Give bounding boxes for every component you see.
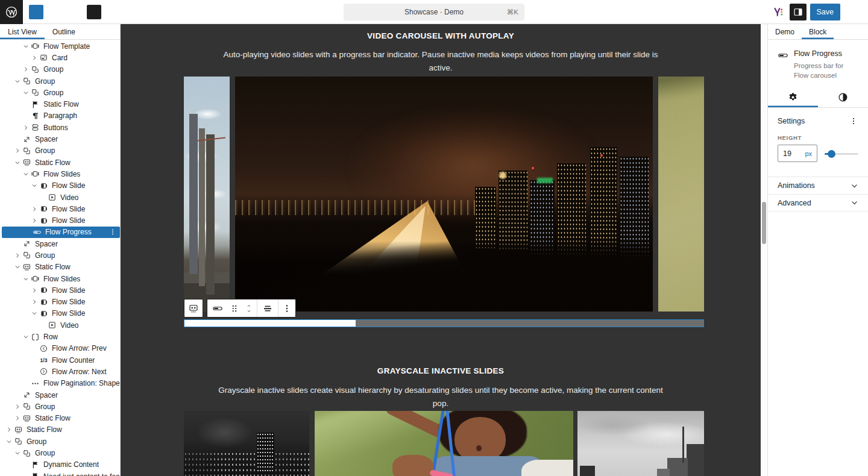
list-item-group[interactable]: Group [0, 75, 120, 87]
view-site-button[interactable] [708, 3, 726, 21]
chevron-right-icon[interactable] [13, 404, 22, 410]
height-slider[interactable] [825, 148, 858, 160]
list-item-group[interactable]: Group [0, 64, 120, 75]
height-unit-select[interactable]: px [805, 150, 812, 157]
section-paragraph-grayscale[interactable]: Grayscale inactive slides create visual … [217, 384, 664, 411]
chevron-down-icon[interactable] [13, 160, 22, 166]
grayscale-slide-prev[interactable] [184, 411, 309, 476]
section-paragraph-video-carousel[interactable]: Auto-playing video slides with a progres… [217, 48, 664, 75]
carousel-slide-next[interactable] [658, 77, 704, 312]
options-icon[interactable] [108, 228, 117, 236]
list-item-video[interactable]: Video [0, 319, 120, 331]
carousel-slide-prev[interactable] [184, 77, 230, 312]
chevron-right-icon[interactable] [22, 66, 30, 72]
list-item-group[interactable]: Group [0, 447, 120, 459]
chevron-down-icon[interactable] [30, 310, 39, 316]
list-item-buttons[interactable]: Buttons [0, 122, 120, 133]
tab-settings[interactable] [768, 87, 818, 107]
select-parent-static-flow-button[interactable] [184, 299, 203, 317]
chevron-down-icon[interactable] [22, 334, 30, 340]
chevron-down-icon[interactable] [22, 43, 30, 49]
flow-progress-block-button[interactable] [207, 299, 228, 317]
chevron-right-icon[interactable] [22, 125, 30, 131]
list-item-flow-template[interactable]: Flow Template [0, 40, 120, 52]
list-item-static-flow[interactable]: Static Flow [0, 424, 120, 436]
canvas-scrollbar[interactable] [761, 24, 767, 476]
list-item-group[interactable]: Group [0, 145, 120, 157]
canvas-scrollbar-thumb[interactable] [762, 202, 766, 244]
chevron-down-icon[interactable] [22, 171, 30, 177]
list-item-dynamic-content[interactable]: Dynamic Content [0, 459, 120, 471]
redo-button[interactable] [66, 3, 84, 21]
editor-canvas[interactable]: VIDEO CAROUSEL WITH AUTOPLAY Auto-playin… [121, 24, 761, 476]
section-heading-grayscale[interactable]: GRAYSCALE INACTIVE SLIDES [121, 366, 761, 375]
close-list-view-button[interactable] [102, 24, 120, 39]
color-slide-active[interactable] [315, 411, 573, 476]
tab-styles[interactable] [818, 87, 868, 107]
options-menu-button[interactable] [844, 3, 862, 21]
list-item-static-flow[interactable]: Static Flow [0, 157, 120, 168]
yoast-seo-button[interactable] [769, 3, 787, 21]
chevron-right-icon[interactable] [30, 55, 39, 61]
list-item-flow-slide[interactable]: Flow Slide [0, 308, 120, 319]
list-item-video[interactable]: Video [0, 192, 120, 203]
list-item-group[interactable]: Group [0, 87, 120, 98]
list-view-toggle-button[interactable] [87, 5, 101, 19]
list-item-static-flow[interactable]: Static Flow [0, 261, 120, 273]
list-item-flow-slides[interactable]: Flow Slides [0, 273, 120, 284]
save-button[interactable]: Save [810, 4, 841, 20]
settings-sidebar-toggle-button[interactable] [790, 4, 807, 20]
tab-list-view[interactable]: List View [0, 24, 45, 39]
list-item-need-just-content-to-feature-wi[interactable]: Need just content to feature wi [0, 471, 120, 476]
height-input[interactable]: 19 px [778, 145, 817, 162]
close-settings-button[interactable] [850, 24, 868, 39]
panel-advanced[interactable]: Advanced [768, 194, 868, 211]
block-inserter-button[interactable] [29, 5, 43, 19]
list-item-group[interactable]: Group [0, 401, 120, 412]
settings-options-button[interactable] [849, 116, 858, 126]
list-item-flow-arrow-prev[interactable]: Flow Arrow: Prev [0, 343, 120, 354]
list-item-flow-slide[interactable]: Flow Slide [0, 296, 120, 308]
chevron-down-icon[interactable] [22, 90, 30, 96]
list-item-spacer[interactable]: Spacer [0, 238, 120, 249]
chevron-right-icon[interactable] [5, 427, 13, 433]
chevron-down-icon[interactable] [13, 450, 22, 456]
grayscale-slide-next[interactable] [577, 411, 704, 476]
list-item-group[interactable]: Group [0, 249, 120, 261]
list-item-flow-pagination-shapes[interactable]: Flow Pagination: Shapes [0, 378, 120, 389]
tab-demo[interactable]: Demo [768, 24, 802, 39]
chevron-down-icon[interactable] [5, 439, 13, 445]
tab-block[interactable]: Block [802, 24, 834, 39]
list-item-flow-slide[interactable]: Flow Slide [0, 180, 120, 192]
chevron-down-icon[interactable] [13, 78, 22, 84]
list-item-group[interactable]: Group [0, 436, 120, 447]
command-palette[interactable]: Showcase · Demo ⌘K [344, 4, 524, 20]
list-item-flow-arrow-next[interactable]: Flow Arrow: Next [0, 366, 120, 377]
list-item-paragraph[interactable]: Paragraph [0, 110, 120, 122]
chevron-right-icon[interactable] [13, 148, 22, 154]
height-slider-handle[interactable] [828, 150, 835, 158]
list-item-flow-progress[interactable]: Flow Progress [2, 227, 120, 238]
wordpress-logo-button[interactable] [0, 0, 23, 24]
list-item-spacer[interactable]: Spacer [0, 133, 120, 145]
chevron-right-icon[interactable] [13, 252, 22, 258]
video-slide-active[interactable] [235, 77, 653, 312]
chevron-right-icon[interactable] [13, 415, 22, 421]
chevron-down-icon[interactable] [30, 183, 39, 189]
chevron-down-icon[interactable] [13, 264, 22, 270]
panel-animations[interactable]: Animations [768, 177, 868, 194]
list-item-flow-slides[interactable]: Flow Slides [0, 168, 120, 180]
block-movers[interactable] [241, 299, 257, 317]
list-item-card[interactable]: Card [0, 52, 120, 63]
chevron-right-icon[interactable] [30, 206, 39, 212]
list-item-static-flow[interactable]: Static Flow [0, 413, 120, 424]
preferences-button[interactable] [749, 3, 767, 21]
list-item-spacer[interactable]: Spacer [0, 389, 120, 401]
justify-button[interactable] [257, 299, 278, 317]
chevron-right-icon[interactable] [30, 299, 39, 305]
section-heading-video-carousel[interactable]: VIDEO CAROUSEL WITH AUTOPLAY [121, 31, 761, 40]
tab-outline[interactable]: Outline [45, 24, 83, 39]
list-item-flow-counter[interactable]: 1/3Flow Counter [0, 354, 120, 366]
list-item-row[interactable]: Row [0, 331, 120, 342]
list-item-static-flow[interactable]: Static Flow [0, 98, 120, 110]
